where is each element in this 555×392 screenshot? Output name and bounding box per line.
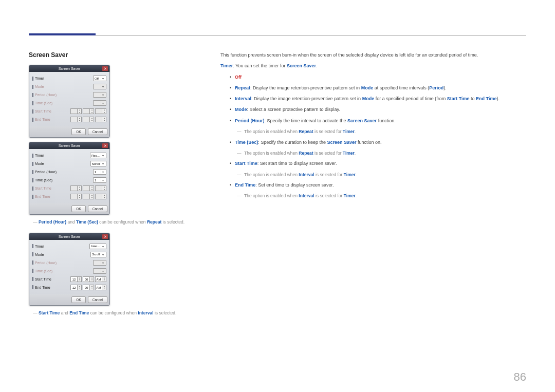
spinner-value <box>95 194 102 199</box>
field-label: Timer <box>32 154 44 158</box>
spinner-field[interactable]: 00▴▾ <box>83 285 94 290</box>
combo-field[interactable]: 1▾ <box>93 169 106 175</box>
combo-field: ▾ <box>93 92 106 98</box>
chevron-down-icon: ▾ <box>102 189 106 191</box>
combo-field[interactable]: Scroll▾ <box>90 161 106 166</box>
combo-value: 1 <box>95 171 96 174</box>
dialog-row: ModeScroll▾ <box>32 251 106 258</box>
combo-field: ▾ <box>93 100 106 106</box>
combo-field: ▾ <box>93 268 106 274</box>
spinner-field: ▴▾ <box>95 194 106 199</box>
dialog-row: Start Time12▴▾00▴▾AM▴▾ <box>32 276 106 283</box>
bullet-item: End Time: Set end time to display screen… <box>230 181 526 189</box>
field-label: Period (Hour) <box>32 170 57 174</box>
close-icon[interactable]: ✕ <box>102 234 108 239</box>
dialog-row: Period (Hour)▾ <box>32 259 106 266</box>
ok-button[interactable]: OK <box>71 128 85 135</box>
chevron-down-icon: ▾ <box>102 111 106 114</box>
spinner-field[interactable]: 00▴▾ <box>83 276 94 282</box>
field-label: Period (Hour) <box>32 93 57 97</box>
spinner-field[interactable]: 12▴▾ <box>70 276 82 282</box>
chevron-down-icon: ▾ <box>78 197 81 199</box>
sub-note: The option is enabled when Interval is s… <box>244 192 526 199</box>
ok-button[interactable]: OK <box>71 206 85 212</box>
chevron-down-icon: ▾ <box>101 93 105 97</box>
cancel-button[interactable]: Cancel <box>88 296 107 303</box>
field-label: Period (Hour) <box>32 260 57 265</box>
spinner-value: 00 <box>83 285 90 290</box>
chevron-down-icon: ▾ <box>78 287 81 290</box>
chevron-down-icon: ▾ <box>101 77 105 80</box>
combo-field[interactable]: Rep...▾ <box>90 153 106 158</box>
sub-note: The option is enabled when Interval is s… <box>244 171 526 178</box>
close-icon[interactable]: ✕ <box>102 66 108 71</box>
field-label: Start Time <box>32 109 51 114</box>
combo-field[interactable]: 1▾ <box>93 177 106 183</box>
chevron-down-icon: ▾ <box>101 154 105 157</box>
dialog-row: Mode▾ <box>32 83 106 90</box>
dialog-note: ― Period (Hour) and Time (Sec) can be co… <box>33 219 201 226</box>
spinner-value <box>83 185 90 191</box>
spinner-field[interactable]: AM▴▾ <box>95 285 106 290</box>
sub-note: The option is enabled when Repeat is sel… <box>244 150 526 157</box>
chevron-down-icon: ▾ <box>101 261 105 265</box>
field-label: Timer <box>32 77 44 81</box>
bullet-item: Period (Hour): Specify the time interval… <box>230 117 526 125</box>
dialog-title: Screen Saver <box>59 67 80 70</box>
left-column: Screen Saver Screen Saver✕ TimerOff▾Mode… <box>29 51 201 324</box>
ok-button[interactable]: OK <box>71 296 85 303</box>
dialog-body: TimerOff▾Mode▾Period (Hour)▾Time (Sec)▾S… <box>29 72 109 126</box>
close-icon[interactable]: ✕ <box>102 143 108 148</box>
chevron-down-icon: ▾ <box>101 85 105 88</box>
chevron-down-icon: ▾ <box>102 197 106 199</box>
spinner-field: ▴▾ <box>70 185 82 191</box>
field-label: End Time <box>32 285 50 289</box>
field-label: Start Time <box>32 186 51 191</box>
dialog-row: TimerInter...▾ <box>32 243 106 250</box>
dialog-row: ModeScroll▾ <box>32 160 106 167</box>
screensaver-dialog: Screen Saver✕ TimerInter...▾ModeScroll▾P… <box>29 233 110 306</box>
combo-value: Inter... <box>91 245 100 248</box>
spinner-field[interactable]: AM▴▾ <box>95 276 106 282</box>
combo-field[interactable]: Scroll▾ <box>90 252 106 257</box>
spinner-field: ▴▾ <box>83 185 94 191</box>
dialog-footer: OK Cancel <box>29 126 109 137</box>
header-separator <box>29 35 526 35</box>
dialog-note: ― Start Time and End Time can be configu… <box>33 310 201 316</box>
cancel-button[interactable]: Cancel <box>88 206 107 212</box>
chevron-down-icon: ▾ <box>90 189 94 191</box>
page-content: Screen Saver Screen Saver✕ TimerOff▾Mode… <box>29 51 526 324</box>
combo-field: ▾ <box>93 260 106 266</box>
combo-field: ▾ <box>93 84 106 89</box>
spinner-value: 00 <box>83 276 90 282</box>
spinner-value <box>83 117 90 122</box>
timer-line: Timer: You can set the timer for Screen … <box>220 62 526 70</box>
dialog-row: Period (Hour)▾ <box>32 91 106 98</box>
intro-text: This function prevents screen burn-in wh… <box>220 51 526 59</box>
combo-field[interactable]: Inter...▾ <box>89 244 106 249</box>
section-title: Screen Saver <box>29 51 201 59</box>
spinner-field[interactable]: 12▴▾ <box>70 285 82 290</box>
combo-field[interactable]: Off▾ <box>93 76 106 81</box>
spinner-value <box>70 185 78 191</box>
chevron-down-icon: ▾ <box>78 120 81 122</box>
dialogs-container: Screen Saver✕ TimerOff▾Mode▾Period (Hour… <box>29 65 201 316</box>
dialog-row: Time (Sec)▾ <box>32 100 106 106</box>
dialog-titlebar: Screen Saver✕ <box>29 65 109 72</box>
page-number: 86 <box>514 370 526 384</box>
chevron-down-icon: ▾ <box>101 101 105 105</box>
combo-value: Off <box>95 77 99 80</box>
bullet-item: Interval: Display the image retention-pr… <box>230 95 526 103</box>
dialog-footer: OK Cancel <box>29 203 109 214</box>
chevron-down-icon: ▾ <box>90 120 94 122</box>
spinner-value: AM <box>95 276 102 282</box>
field-label: Start Time <box>32 277 51 281</box>
chevron-down-icon: ▾ <box>78 189 81 191</box>
dialog-row: End Time▴▾▴▾▴▾ <box>32 116 106 123</box>
cancel-button[interactable]: Cancel <box>88 128 107 135</box>
chevron-down-icon: ▾ <box>101 253 105 256</box>
chevron-down-icon: ▾ <box>90 197 94 199</box>
chevron-down-icon: ▾ <box>90 111 94 114</box>
spinner-field: ▴▾ <box>70 117 82 122</box>
bullet-item: Time (Sec): Specify the duration to keep… <box>230 139 526 146</box>
